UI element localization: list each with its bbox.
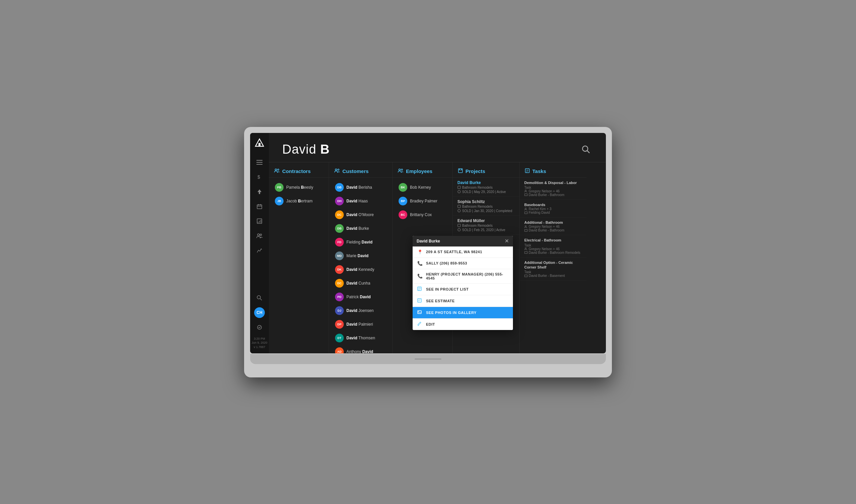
item-name: Patrick David [346, 294, 371, 299]
list-item[interactable]: DTDavid Thomsen [330, 331, 391, 345]
list-item[interactable]: FDFielding David [330, 235, 391, 249]
list-item[interactable]: DKDavid Kennedy [330, 263, 391, 276]
avatar: DB [335, 183, 344, 192]
sidebar-item-list[interactable] [253, 156, 266, 169]
svg-point-27 [338, 169, 339, 170]
popup-address-row[interactable]: 📍 209 A ST SEATTLE, WA 98241 [413, 247, 513, 258]
svg-point-29 [401, 169, 403, 170]
sidebar-item-calendar[interactable] [253, 200, 266, 213]
list-item[interactable]: PDPatrick David [330, 290, 391, 304]
svg-rect-58 [418, 299, 421, 302]
popup-phone-henry-row[interactable]: 📞 HENRY (PROJECT MANAGER) (206) 555-4545 [413, 269, 513, 284]
task-item[interactable]: Additional - Bathroom Gregory Nelson + 4… [520, 217, 586, 235]
popup-header: David Burke ✕ [413, 236, 513, 247]
popup-phone-sally: SALLY (206) 859-9553 [426, 261, 467, 265]
avatar: DT [335, 334, 344, 342]
task-name: Additional Option - Ceramic Corner Shelf [524, 260, 582, 270]
project-category: Bathroom Remodels [458, 186, 515, 190]
sidebar-item-people[interactable] [253, 229, 266, 242]
avatar: MD [335, 252, 344, 260]
popup-address: 209 A ST SEATTLE, WA 98241 [426, 250, 482, 254]
avatar: DC [335, 211, 344, 219]
svg-rect-48 [525, 212, 527, 214]
popup-title: David Burke [417, 239, 440, 244]
task-item[interactable]: Electrical - Bathroom Task Gregory Nelso… [520, 235, 586, 257]
avatar: DH [335, 197, 344, 205]
list-item[interactable]: DJDavid Joensen [330, 304, 391, 317]
task-person: Gregory Nelson + 46 [524, 225, 582, 229]
avatar: BK [398, 183, 407, 192]
svg-point-39 [458, 229, 460, 231]
svg-text:$: $ [257, 174, 260, 180]
svg-rect-50 [525, 230, 527, 232]
header-search-button[interactable] [579, 143, 593, 156]
gallery-icon [417, 310, 423, 315]
project-status: SOLD | Jan 30, 2020 | Completed [458, 209, 515, 213]
item-name: Fielding David [346, 240, 373, 245]
project-item[interactable]: Sophia Schiltz Bathroom Remodels SOLD | … [453, 197, 519, 216]
user-avatar[interactable]: CH [254, 307, 265, 318]
customers-title: Customers [342, 168, 369, 174]
svg-rect-46 [525, 194, 527, 196]
list-item[interactable]: DCDavid Cunha [330, 276, 391, 290]
task-item[interactable]: Demolition & Disposal - Labor Task Grego… [520, 178, 586, 200]
item-name: David Kennedy [346, 267, 374, 272]
list-item[interactable]: BKBob Kerney [394, 181, 451, 194]
project-status: SOLD | Feb 25, 2020 | Active [458, 228, 515, 232]
list-item[interactable]: BCBrittany Cox [394, 208, 451, 221]
task-item[interactable]: Baseboards Rachel Kim + 3 Fielding David [520, 200, 586, 217]
task-person: Rachel Kim + 3 [524, 207, 582, 211]
svg-rect-30 [459, 169, 462, 173]
title-plain: David [282, 142, 320, 156]
customers-list: DBDavid Berisha DHDavid Haas DCDavid O'M… [329, 178, 392, 353]
list-item[interactable]: DHDavid Haas [330, 194, 391, 208]
list-item[interactable]: MDMarie David [330, 249, 391, 263]
popup-project-list-label: SEE IN PROJECT LIST [426, 287, 468, 291]
popup-close-button[interactable]: ✕ [504, 238, 509, 244]
svg-point-47 [525, 208, 526, 209]
svg-point-62 [418, 311, 419, 312]
list-item[interactable]: BPBradley Palmer [394, 194, 451, 208]
svg-rect-9 [257, 205, 262, 209]
app-logo[interactable] [254, 137, 266, 149]
popup-edit-row[interactable]: EDIT [413, 319, 513, 330]
project-item[interactable]: Edward Müller Bathroom Remodels SOLD | F… [453, 216, 519, 235]
tasks-icon [525, 168, 530, 174]
task-project: Fielding David [524, 211, 582, 214]
list-item[interactable]: ADAnthony David [330, 345, 391, 353]
svg-rect-36 [458, 205, 460, 208]
sidebar-item-reports[interactable] [253, 214, 266, 228]
project-category: Bathroom Remodels [458, 224, 515, 228]
svg-rect-2 [256, 160, 262, 161]
svg-rect-4 [256, 164, 262, 165]
popup-phone-sally-row[interactable]: 📞 SALLY (206) 859-9553 [413, 258, 513, 269]
employees-header: Employees [393, 162, 452, 178]
list-item[interactable]: DBDavid Burke [330, 222, 391, 235]
list-item[interactable]: DCDavid O'Moore [330, 208, 391, 221]
contractors-title: Contractors [282, 168, 311, 174]
list-item[interactable]: JB Jacob Bertram [270, 194, 327, 208]
popup-gallery-row[interactable]: SEE PHOTOS IN GALLERY [413, 307, 513, 319]
phone-icon: 📞 [417, 261, 423, 266]
sidebar-item-analytics[interactable] [253, 244, 266, 257]
list-item[interactable]: PB Pamela Beesly [270, 181, 327, 194]
sidebar-search-button[interactable] [253, 291, 266, 305]
project-name: Edward Müller [458, 218, 515, 223]
sidebar-item-upload[interactable] [253, 185, 266, 198]
svg-point-22 [582, 146, 588, 151]
avatar: PB [275, 183, 284, 192]
task-item[interactable]: Additional Option - Ceramic Corner Shelf… [520, 257, 586, 281]
employees-icon [398, 168, 403, 174]
project-item[interactable]: David Burke Bathroom Remodels SOLD | May… [453, 178, 519, 197]
task-type: Task [524, 186, 582, 190]
task-name: Demolition & Disposal - Labor [524, 180, 582, 185]
item-name: Bob Kerney [410, 185, 431, 190]
sidebar-item-money[interactable]: $ [253, 170, 266, 184]
list-item[interactable]: DBDavid Berisha [330, 181, 391, 194]
popup-project-list-row[interactable]: SEE IN PROJECT LIST [413, 284, 513, 295]
avatar: DP [335, 320, 344, 329]
svg-point-18 [260, 234, 262, 235]
list-item[interactable]: DPDavid Palmieri [330, 318, 391, 331]
popup-estimate-row[interactable]: SEE ESTIMATE [413, 295, 513, 307]
david-burke-popup: David Burke ✕ 📍 209 A ST SEATTLE, WA 982… [413, 236, 513, 330]
